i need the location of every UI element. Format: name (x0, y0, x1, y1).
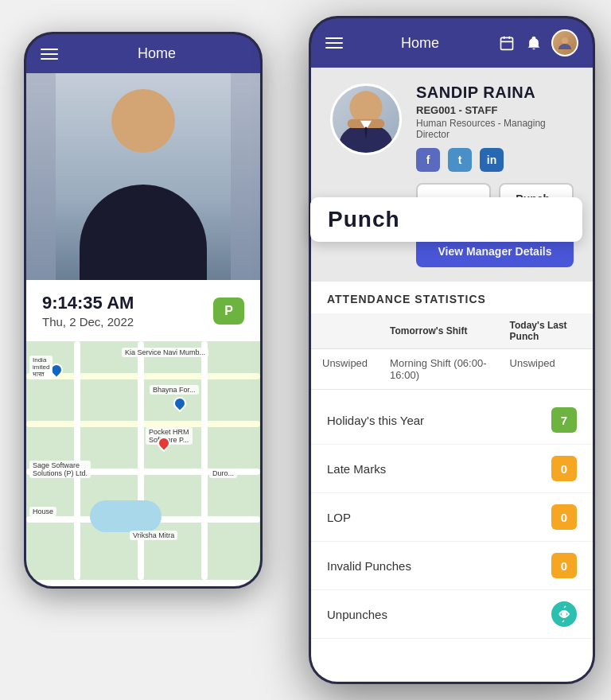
stat-badge-lop: 0 (551, 504, 577, 530)
map-label: Vriksha Mitra (130, 531, 177, 540)
stat-label-holidays: Holiday's this Year (327, 414, 424, 427)
stat-row-holidays: Holiday's this Year 7 (311, 396, 593, 445)
person-head (111, 89, 175, 153)
twitter-icon[interactable]: t (448, 148, 472, 172)
social-icons: f t in (416, 148, 574, 172)
person-body (80, 185, 207, 280)
stat-label-lop: LOP (327, 511, 351, 524)
notification-icon[interactable] (524, 33, 543, 52)
bottom-address: D-3, Indira Nagar, MIDC Industri... Mumb… (26, 580, 260, 589)
stat-label-late: Late Marks (327, 462, 386, 476)
stat-badge-late: 0 (551, 456, 577, 481)
linkedin-icon[interactable]: in (480, 148, 504, 172)
map-water (90, 500, 162, 532)
calendar-icon[interactable] (497, 33, 516, 52)
profile-card: SANDIP RAINA REG001 - STAFF Human Resour… (311, 68, 593, 282)
facebook-icon[interactable]: f (416, 148, 440, 172)
profile-name: SANDIP RAINA (416, 84, 574, 102)
back-phone: Home 9:14:35 AM Thu, 2 Dec, 2022 P Kia S… (24, 32, 263, 589)
back-phone-hero (26, 73, 260, 280)
svg-point-4 (532, 49, 535, 50)
stats-section: ATTENDANCE STATISTICS Tomorrow's Shift T… (311, 282, 593, 684)
punch-button[interactable]: P (213, 298, 244, 325)
front-hamburger-icon[interactable] (325, 37, 343, 49)
header-icons (497, 29, 578, 56)
stats-table: Tomorrow's Shift Today's Last Punch Unsw… (311, 313, 593, 390)
date-display: Thu, 2 Dec, 2022 (42, 315, 134, 329)
svg-point-11 (562, 612, 566, 616)
stats-title: ATTENDANCE STATISTICS (311, 282, 593, 313)
stat-row-late: Late Marks 0 (311, 445, 593, 493)
stat-row-extra: 0 (311, 639, 593, 684)
time-section: 9:14:35 AM Thu, 2 Dec, 2022 P (26, 280, 260, 341)
table-row: Unswiped Morning Shift (06:00-16:00) Uns… (311, 349, 593, 390)
profile-dept: Human Resources - Managing Director (416, 118, 574, 140)
back-phone-title: Home (68, 45, 246, 62)
stat-badge-invalid: 0 (551, 553, 577, 578)
map-label: Duro... (209, 469, 237, 478)
map-label: Bhayna For... (150, 385, 199, 395)
stat-label-invalid: Invalid Punches (327, 559, 411, 573)
profile-avatar (330, 84, 402, 155)
map-label: Sage SoftwareSolutions (P) Ltd. (29, 461, 91, 478)
hamburger-icon[interactable] (41, 49, 58, 60)
col-header-empty (311, 313, 379, 349)
today-punch: Unswiped (499, 349, 593, 390)
stat-badge-holidays: 7 (551, 407, 577, 433)
stat-label-unpunches: Unpunches (327, 608, 387, 621)
front-phone: Home (309, 16, 595, 684)
stat-badge-unpunches (551, 601, 577, 627)
col-header-tomorrow: Tomorrow's Shift (379, 313, 499, 349)
map-road (201, 341, 208, 580)
map-pin-pocket (171, 395, 189, 413)
front-phone-header: Home (311, 18, 593, 68)
profile-avatar-header[interactable] (551, 29, 578, 56)
map-label: Kia Service Navi Mumb... (122, 348, 208, 357)
svg-point-5 (562, 37, 568, 44)
col-header-today: Today's Last Punch (499, 313, 593, 349)
time-display: 9:14:35 AM (42, 293, 134, 313)
row-label: Unswiped (311, 349, 379, 390)
map-container: Kia Service Navi Mumb... Bhayna For... P… (26, 341, 260, 580)
stat-row-invalid: Invalid Punches 0 (311, 542, 593, 590)
tomorrow-shift: Morning Shift (06:00-16:00) (379, 349, 499, 390)
front-phone-title: Home (351, 35, 489, 52)
map-label: House (29, 507, 56, 516)
profile-id: REG001 - STAFF (416, 104, 574, 116)
map-india-label: Indiaimitedभारत (29, 356, 53, 379)
stat-row-unpunches: Unpunches (311, 590, 593, 639)
punch-overlay: Punch (310, 197, 582, 242)
map-road (138, 341, 144, 580)
stat-row-lop: LOP 0 (311, 493, 593, 542)
back-phone-header: Home (26, 34, 260, 73)
back-person-image (56, 73, 231, 280)
svg-rect-0 (501, 37, 513, 49)
svg-rect-8 (355, 100, 377, 121)
